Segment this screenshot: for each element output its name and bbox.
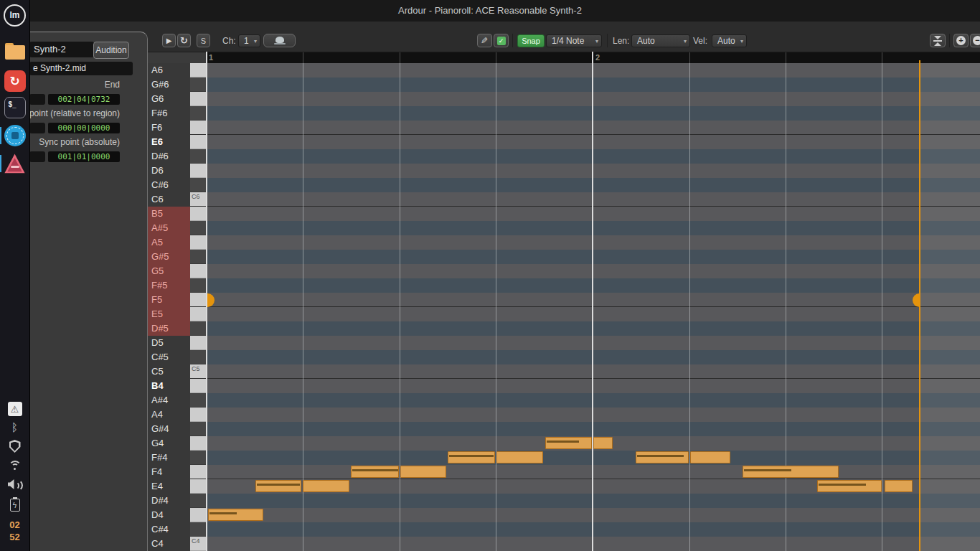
midi-note-F#4[interactable] <box>496 451 543 463</box>
piano-key-F4[interactable] <box>190 465 206 479</box>
piano-key-F#5[interactable] <box>190 278 206 293</box>
volume-tray-item[interactable] <box>0 478 29 491</box>
piano-key-D#5[interactable] <box>190 321 206 336</box>
snap-toggle[interactable]: Snap <box>517 34 545 47</box>
grid-row-B4 <box>206 379 980 393</box>
sync-relative-clock[interactable]: 000|00|0000 <box>48 123 120 133</box>
clock-stub[interactable] <box>29 151 45 162</box>
timeline-ruler[interactable]: 12 <box>147 52 980 63</box>
channel-dropdown[interactable]: 1 ▾ <box>238 34 260 47</box>
network-tray-item[interactable] <box>0 459 29 472</box>
piano-key-C4[interactable]: C4 <box>190 537 206 551</box>
clock-stub[interactable] <box>29 123 45 133</box>
security-tray-item[interactable] <box>0 439 29 453</box>
piano-key-C#6[interactable] <box>190 178 206 192</box>
system-monitor-launcher[interactable] <box>0 125 29 146</box>
mint-logo-icon: lm <box>4 4 26 27</box>
note-edit-button[interactable]: ✓ <box>494 34 509 47</box>
clock-hours[interactable]: 02 <box>0 519 29 531</box>
zoom-in-button[interactable]: + <box>953 34 969 47</box>
piano-key-D#4[interactable] <box>190 494 206 508</box>
terminal-launcher[interactable]: $_ <box>0 97 29 118</box>
midi-note-D4[interactable] <box>208 509 263 521</box>
piano-key-D5[interactable] <box>190 336 206 350</box>
piano-key-A#4[interactable] <box>190 393 206 408</box>
note-name-A4: A4 <box>148 408 191 422</box>
piano-key-C5[interactable]: C5 <box>190 364 206 379</box>
piano-key-F#6[interactable] <box>190 106 206 121</box>
midi-note-G4[interactable] <box>593 437 613 449</box>
midi-note-G4[interactable] <box>545 437 592 449</box>
midi-note-E4[interactable] <box>885 480 913 492</box>
loop-button[interactable]: ↻ <box>177 34 191 47</box>
piano-key-A5[interactable] <box>190 235 206 250</box>
grid-row-F4 <box>206 465 980 479</box>
clock-stub[interactable] <box>29 94 45 105</box>
audition-button[interactable]: Audition <box>93 42 129 59</box>
note-name-G#6: G#6 <box>148 77 191 92</box>
piano-key-D6[interactable] <box>190 164 206 178</box>
piano-key-D4[interactable] <box>190 508 206 522</box>
piano-key-F#4[interactable] <box>190 451 206 465</box>
piano-key-C6[interactable]: C6 <box>190 192 206 207</box>
piano-key-A6[interactable] <box>190 63 206 77</box>
solo-button[interactable]: S <box>197 34 210 47</box>
piano-key-G#6[interactable] <box>190 77 206 92</box>
end-clock[interactable]: 002|04|0732 <box>48 94 120 105</box>
clock-minutes[interactable]: 52 <box>0 531 29 543</box>
midi-note-F#4[interactable] <box>448 451 495 463</box>
midi-note-E4[interactable] <box>303 480 349 492</box>
midi-note-F4[interactable] <box>743 466 839 478</box>
piano-key-B5[interactable] <box>190 207 206 221</box>
piano-key-A4[interactable] <box>190 408 206 422</box>
length-label: Len: <box>613 36 629 46</box>
midi-note-E4[interactable] <box>255 480 301 492</box>
region-name-field[interactable]: Synth-2 <box>29 42 94 57</box>
piano-keyboard[interactable]: C6C5C4 <box>190 63 206 551</box>
midi-note-F#4[interactable] <box>690 451 730 463</box>
piano-key-G5[interactable] <box>190 264 206 278</box>
fit-vertical-button[interactable] <box>930 34 946 47</box>
bluetooth-tray-item[interactable]: ᛒ <box>0 420 29 435</box>
piano-key-A#5[interactable] <box>190 221 206 235</box>
draw-tool-button[interactable]: ✎ <box>477 34 492 47</box>
midi-note-E4[interactable] <box>817 480 882 492</box>
ruler-beat-tick <box>400 52 400 64</box>
note-name-E6: E6 <box>148 135 191 149</box>
piano-key-E6[interactable] <box>190 135 206 149</box>
piano-key-E5[interactable] <box>190 307 206 321</box>
sync-absolute-clock[interactable]: 001|01|0000 <box>48 151 120 162</box>
active-app-indicator <box>0 155 1 172</box>
velocity-dropdown[interactable]: Auto ▾ <box>712 34 747 47</box>
mint-menu-button[interactable]: lm <box>0 4 29 27</box>
snap-unit-dropdown[interactable]: 1/4 Note ▾ <box>546 34 602 47</box>
piano-key-G4[interactable] <box>190 436 206 451</box>
window-titlebar[interactable]: Ardour - Pianoroll: ACE Reasonable Synth… <box>0 0 980 22</box>
battery-tray-item[interactable]: ϟ <box>0 496 29 512</box>
piano-key-F6[interactable] <box>190 121 206 135</box>
piano-key-C#5[interactable] <box>190 350 206 364</box>
notification-tray-item[interactable]: ⚠ <box>0 400 29 418</box>
length-dropdown[interactable]: Auto ▾ <box>631 34 690 47</box>
ardour-launcher[interactable] <box>0 153 29 174</box>
piano-key-D#6[interactable] <box>190 149 206 164</box>
piano-key-B4[interactable] <box>190 379 206 393</box>
piano-key-G6[interactable] <box>190 92 206 106</box>
midi-note-F4[interactable] <box>400 466 446 478</box>
region-file-field[interactable]: e Synth-2.mid <box>29 62 133 75</box>
note-grid[interactable] <box>206 63 980 551</box>
file-manager-launcher[interactable] <box>0 41 29 61</box>
update-manager-launcher[interactable]: ↻ <box>0 70 29 92</box>
grid-row-F#6 <box>206 106 980 121</box>
piano-key-C#4[interactable] <box>190 522 206 537</box>
zoom-out-button[interactable]: − <box>970 34 980 47</box>
ardour-icon <box>4 154 26 174</box>
metronome-button[interactable] <box>263 34 296 47</box>
midi-note-F#4[interactable] <box>636 451 689 463</box>
piano-key-G#4[interactable] <box>190 422 206 436</box>
play-button[interactable]: ▶ <box>162 34 176 47</box>
midi-note-F4[interactable] <box>351 466 399 478</box>
piano-key-E4[interactable] <box>190 479 206 494</box>
piano-key-G#5[interactable] <box>190 250 206 264</box>
piano-key-F5[interactable] <box>190 293 206 307</box>
